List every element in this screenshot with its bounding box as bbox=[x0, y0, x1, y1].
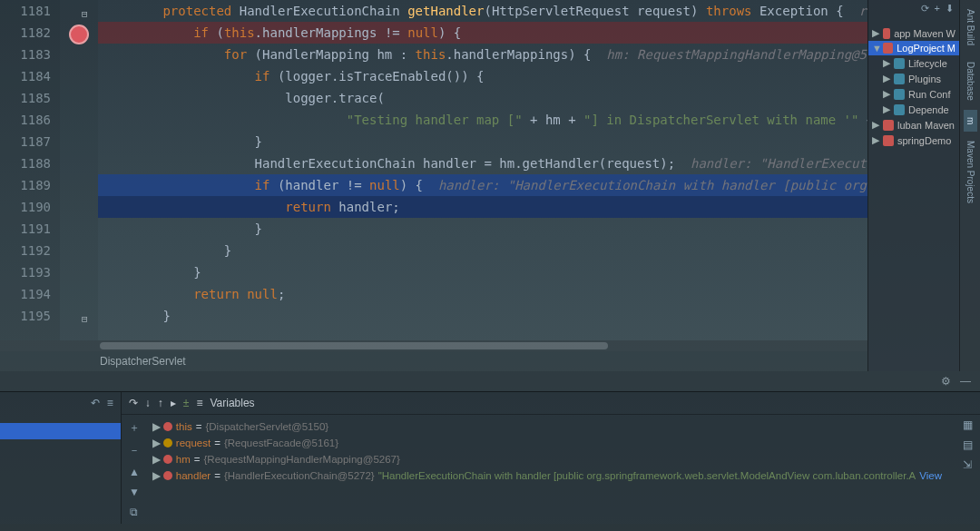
var-value: {RequestFacade@5161} bbox=[224, 435, 338, 451]
expand-icon[interactable]: ▶ bbox=[872, 119, 879, 131]
expand-icon[interactable]: ▼ bbox=[872, 43, 879, 54]
project-tree-item[interactable]: ▶Plugins bbox=[868, 71, 959, 86]
code-line[interactable]: protected HandlerExecutionChain getHandl… bbox=[98, 0, 867, 22]
fold-icon[interactable]: ⊟ bbox=[82, 4, 88, 25]
line-number: 1195 bbox=[0, 305, 51, 327]
remove-watch-icon[interactable]: － bbox=[129, 443, 140, 458]
tool-window-tab[interactable]: Database bbox=[964, 54, 977, 108]
expand-icon[interactable]: ▶ bbox=[883, 73, 890, 84]
expand-icon[interactable]: ▶ bbox=[883, 103, 890, 115]
expand-icon[interactable]: ▶ bbox=[152, 467, 160, 484]
tree-item-label: Run Conf bbox=[908, 89, 950, 100]
code-line[interactable]: } bbox=[98, 131, 867, 152]
tool-window-tab[interactable]: Maven Projects bbox=[964, 133, 977, 211]
close-icon[interactable]: — bbox=[960, 375, 971, 388]
code-line[interactable]: logger.trace( bbox=[98, 87, 867, 109]
download-icon[interactable]: ⬇ bbox=[946, 3, 954, 23]
tree-item-label: Lifecycle bbox=[908, 58, 947, 69]
expand-icon[interactable]: ▶ bbox=[883, 57, 890, 69]
variable-row[interactable]: ▶ request = {RequestFacade@5161} bbox=[152, 435, 949, 451]
step-into-icon[interactable]: ↓ bbox=[145, 397, 151, 409]
step-out-icon[interactable]: ↑ bbox=[158, 397, 163, 409]
run-to-cursor-icon[interactable]: ▸ bbox=[171, 397, 176, 409]
selected-frame[interactable] bbox=[0, 423, 121, 439]
line-number: 1193 bbox=[0, 261, 51, 283]
add-watch-icon[interactable]: ＋ bbox=[129, 420, 140, 436]
expand-icon[interactable]: ▶ bbox=[883, 88, 890, 100]
tool-window-tab[interactable]: Ant Build bbox=[964, 2, 977, 53]
fold-icon[interactable]: ⊟ bbox=[82, 309, 88, 330]
project-tree-item[interactable]: ▶Run Conf bbox=[868, 86, 959, 102]
expand-icon[interactable]: ▶ bbox=[872, 27, 879, 39]
project-tree-item[interactable]: ▶app Maven W bbox=[868, 25, 959, 41]
view-link[interactable]: View bbox=[919, 467, 949, 484]
code-line[interactable]: } bbox=[98, 240, 867, 261]
breadcrumb[interactable]: DispatcherServlet bbox=[0, 351, 867, 371]
code-line[interactable]: if (logger.isTraceEnabled()) { bbox=[98, 65, 867, 87]
project-tree-item[interactable]: ▶luban Maven bbox=[868, 117, 959, 133]
line-number: 1192 bbox=[0, 240, 51, 261]
code-line[interactable]: for (HandlerMapping hm : this.handlerMap… bbox=[98, 44, 867, 65]
expand-icon[interactable]: ▶ bbox=[152, 451, 160, 467]
var-kind-icon bbox=[163, 471, 172, 480]
project-tree-item[interactable]: ▶springDemo bbox=[868, 133, 959, 148]
code-line[interactable]: } bbox=[98, 305, 867, 327]
variable-row[interactable]: ▶ hm = {RequestMappingHandlerMapping@526… bbox=[152, 451, 949, 467]
copy-icon[interactable]: ⧉ bbox=[130, 506, 138, 518]
var-kind-icon bbox=[163, 438, 172, 447]
tool-window-header[interactable]: ⚙ — bbox=[0, 371, 980, 391]
editor-horizontal-scrollbar[interactable] bbox=[0, 340, 867, 351]
gear-icon[interactable]: ⚙ bbox=[941, 375, 951, 388]
plus-icon[interactable]: + bbox=[935, 3, 940, 23]
line-number: 1194 bbox=[0, 283, 51, 305]
variables-panel[interactable]: ↷ ↓ ↑ ▸ ± ≡ Variables ＋ － ▲ ▼ ⧉ ▶ this =… bbox=[122, 392, 980, 524]
code-line[interactable]: "Testing handler map [" + hm + "] in Dis… bbox=[98, 109, 867, 131]
variables-toolbar[interactable]: ＋ － ▲ ▼ ⧉ bbox=[122, 415, 147, 524]
var-name: handler bbox=[176, 467, 211, 484]
code-line[interactable]: } bbox=[98, 261, 867, 283]
line-number: 1191 bbox=[0, 218, 51, 240]
module-icon bbox=[883, 28, 890, 39]
right-tool-tabs[interactable]: Ant BuildDatabasemMaven Projects bbox=[959, 0, 980, 371]
maven-projects-panel[interactable]: ⟳ + ⬇ ▶app Maven W▼LogProject M▶Lifecycl… bbox=[867, 0, 959, 371]
module-icon bbox=[883, 135, 894, 146]
expand-icon[interactable]: ▶ bbox=[152, 418, 160, 435]
gutter-marks[interactable]: ⊟ ⊟ bbox=[60, 0, 98, 340]
project-tree-item[interactable]: ▶Depende bbox=[868, 102, 959, 117]
filter-icon[interactable]: ▤ bbox=[963, 438, 973, 451]
code-line[interactable]: if (this.handlerMappings != null) { bbox=[98, 22, 867, 44]
project-tree-item[interactable]: ▶Lifecycle bbox=[868, 55, 959, 71]
code-line[interactable]: return null; bbox=[98, 283, 867, 305]
tree-item-label: app Maven W bbox=[894, 28, 956, 39]
scrollbar-thumb[interactable] bbox=[100, 342, 608, 349]
step-over-icon[interactable]: ↷ bbox=[129, 397, 138, 409]
tree-item-label: Depende bbox=[908, 104, 949, 115]
line-number: 1182 bbox=[0, 22, 51, 44]
project-tree-item[interactable]: ▼LogProject M bbox=[868, 41, 959, 55]
code-area[interactable]: protected HandlerExecutionChain getHandl… bbox=[98, 0, 867, 340]
debug-tool-window[interactable]: ↶ ≡ ↷ ↓ ↑ ▸ ± ≡ Variables ＋ － ▲ ▼ ⧉ ▶ bbox=[0, 391, 980, 524]
expand-icon[interactable]: ▶ bbox=[152, 435, 160, 451]
code-line[interactable]: HandlerExecutionChain handler = hm.getHa… bbox=[98, 152, 867, 174]
variable-row[interactable]: ▶ this = {DispatcherServlet@5150} bbox=[152, 418, 949, 435]
variable-row[interactable]: ▶ handler = {HandlerExecutionChain@5272}… bbox=[152, 467, 949, 484]
code-line[interactable]: if (handler != null) { handler: "Handler… bbox=[98, 174, 867, 196]
line-number: 1189 bbox=[0, 174, 51, 196]
down-icon[interactable]: ▼ bbox=[129, 486, 140, 498]
code-editor[interactable]: 1181118211831184118511861187118811891190… bbox=[0, 0, 867, 340]
tool-window-tab[interactable]: m bbox=[964, 110, 977, 132]
refresh-icon[interactable]: ⟳ bbox=[921, 3, 929, 23]
frames-panel[interactable]: ↶ ≡ bbox=[0, 392, 122, 524]
up-icon[interactable]: ▲ bbox=[129, 466, 140, 478]
expand-icon[interactable]: ▶ bbox=[872, 134, 879, 146]
line-number: 1184 bbox=[0, 65, 51, 87]
code-line[interactable]: } bbox=[98, 218, 867, 240]
code-line[interactable]: return handler; bbox=[98, 196, 867, 218]
thread-dropdown-icon[interactable]: ≡ bbox=[107, 397, 113, 409]
variables-tab-label[interactable]: Variables bbox=[210, 397, 254, 409]
layout-icon[interactable]: ▦ bbox=[963, 418, 973, 431]
breakpoint-marker[interactable] bbox=[69, 25, 89, 44]
pin-icon[interactable]: ⇲ bbox=[963, 458, 972, 471]
prev-frame-icon[interactable]: ↶ bbox=[91, 397, 100, 409]
line-gutter: 1181118211831184118511861187118811891190… bbox=[0, 0, 60, 340]
